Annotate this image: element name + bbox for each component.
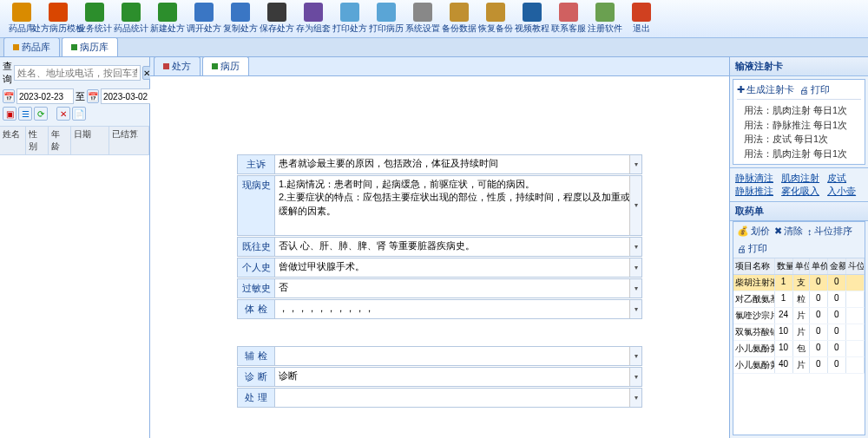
method-link[interactable]: 静脉滴注 bbox=[735, 173, 773, 183]
method-link[interactable]: 入小壶 bbox=[827, 186, 856, 196]
rx-print-button[interactable]: 🖨打印 bbox=[737, 242, 767, 255]
filter-btn-1[interactable]: ▣ bbox=[3, 107, 16, 121]
tab-record-library[interactable]: 病历库 bbox=[62, 37, 118, 56]
tab-prescription[interactable]: 处方 bbox=[154, 56, 201, 75]
filter-btn-5[interactable]: 📄 bbox=[72, 107, 86, 121]
form-label-diag: 诊 断 bbox=[237, 367, 275, 387]
tool-注册软件[interactable]: 注册软件 bbox=[587, 2, 623, 36]
tool-处方病历模板[interactable]: 处方病历模板 bbox=[40, 2, 76, 36]
dropdown-icon[interactable]: ▾ bbox=[629, 389, 641, 407]
rx-row[interactable]: 小儿氨酚黄...10包00 bbox=[733, 341, 865, 357]
search-input[interactable] bbox=[14, 65, 141, 81]
print-card-button[interactable]: 🖨 打印 bbox=[799, 83, 830, 96]
generate-card-button[interactable]: ✚ 生成注射卡 bbox=[737, 83, 794, 96]
method-link[interactable]: 皮试 bbox=[827, 173, 846, 183]
tool-icon bbox=[194, 3, 214, 22]
clear-button[interactable]: ✖清除 bbox=[774, 225, 803, 238]
form-value-present[interactable]: 1.起病情况：患者时间，起病缓急，前驱症状，可能的病因。 2.主要症状的特点：应… bbox=[275, 175, 642, 236]
tool-icon bbox=[450, 3, 469, 22]
cal-to-icon[interactable]: 📅 bbox=[87, 89, 99, 103]
tab-drug-library[interactable]: 药品库 bbox=[3, 37, 60, 56]
rx-grid-body[interactable]: 柴胡注射液1支00对乙酰氨基...1粒00氯喹沙宗片24片00双氯芬酸钠...1… bbox=[733, 275, 865, 435]
tool-恢复备份[interactable]: 恢复备份 bbox=[477, 2, 514, 36]
present-input[interactable]: 1.起病情况：患者时间，起病缓急，前驱症状，可能的病因。 2.主要症状的特点：应… bbox=[279, 178, 638, 232]
filter-btn-4[interactable]: ✕ bbox=[56, 107, 70, 121]
tool-新建处方[interactable]: 新建处方 bbox=[149, 2, 186, 36]
tool-视频教程[interactable]: 视频教程 bbox=[514, 2, 550, 36]
form-value-chief[interactable]: ▾ bbox=[275, 154, 642, 174]
tool-icon bbox=[49, 3, 68, 22]
filter-btn-2[interactable]: ☰ bbox=[18, 107, 32, 121]
past-input[interactable] bbox=[279, 239, 638, 252]
tool-打印病历[interactable]: 打印病历 bbox=[368, 2, 404, 36]
tool-label: 退出 bbox=[633, 23, 650, 35]
tool-打印处方[interactable]: 打印处方 bbox=[332, 2, 368, 36]
rx-row[interactable]: 小儿氨酚黄...40片00 bbox=[733, 357, 865, 374]
exam-input[interactable] bbox=[279, 302, 638, 315]
left-panel: 查询 ✕ 📅 至 📅 ✕ ▣ ☰ ⟳ ✕ 📄 姓名 bbox=[0, 57, 150, 438]
tool-label: 注册软件 bbox=[588, 23, 622, 35]
form-value-personal[interactable]: ▾ bbox=[275, 258, 642, 278]
tool-复制处方[interactable]: 复制处方 bbox=[222, 2, 259, 36]
form-value-past[interactable]: ▾ bbox=[275, 237, 642, 257]
dropdown-icon[interactable]: ▾ bbox=[629, 155, 641, 173]
tool-label: 药品库 bbox=[9, 23, 35, 35]
date-from-input[interactable] bbox=[16, 88, 74, 104]
filter-btn-3[interactable]: ⟳ bbox=[34, 107, 48, 121]
tool-icon bbox=[122, 3, 141, 22]
chief-input[interactable] bbox=[279, 157, 638, 170]
allergy-input[interactable] bbox=[279, 281, 638, 294]
form-value-diag[interactable]: ▾ bbox=[275, 367, 642, 387]
rx-row[interactable]: 双氯芬酸钠...10片00 bbox=[733, 324, 865, 341]
dropdown-icon[interactable]: ▾ bbox=[629, 368, 641, 386]
tool-备份数据[interactable]: 备份数据 bbox=[441, 2, 477, 36]
aux-input[interactable] bbox=[279, 349, 638, 362]
rx-grid-header: 项目名称数量单位单价金额斗位 bbox=[733, 258, 865, 275]
form-value-allergy[interactable]: ▾ bbox=[275, 278, 642, 298]
dropdown-icon[interactable]: ▾ bbox=[629, 258, 641, 277]
tool-业务统计[interactable]: 业务统计 bbox=[76, 2, 113, 36]
tool-icon bbox=[413, 3, 432, 22]
treat-input[interactable] bbox=[279, 390, 638, 403]
tool-调开处方[interactable]: 调开处方 bbox=[186, 2, 222, 36]
rx-row[interactable]: 对乙酰氨基...1粒00 bbox=[733, 291, 865, 308]
cal-from-icon[interactable]: 📅 bbox=[3, 89, 15, 103]
method-link[interactable]: 雾化吸入 bbox=[781, 186, 819, 196]
tool-存为组套[interactable]: 存为组套 bbox=[295, 2, 332, 36]
method-link[interactable]: 静脉推注 bbox=[735, 186, 773, 196]
rx-row[interactable]: 氯喹沙宗片24片00 bbox=[733, 308, 865, 324]
form-label-aux: 辅 检 bbox=[237, 346, 275, 366]
form-label-present: 现病史 bbox=[237, 175, 275, 236]
usage-list: 用法：肌肉注射 每日1次用法：静脉推注 每日1次用法：皮试 每日1次用法：肌肉注… bbox=[737, 103, 861, 160]
main-toolbar: 药品库处方病历模板业务统计药品统计新建处方调开处方复制处方保存处方存为组套打印处… bbox=[0, 0, 868, 38]
tab-medical-record[interactable]: 病历 bbox=[202, 56, 249, 75]
form-value-exam[interactable]: ▾ bbox=[275, 299, 642, 319]
sort-button[interactable]: ↕斗位排序 bbox=[807, 225, 852, 238]
tool-联系客服[interactable]: 联系客服 bbox=[550, 2, 587, 36]
tool-药品统计[interactable]: 药品统计 bbox=[113, 2, 149, 36]
tool-退出[interactable]: 退出 bbox=[623, 2, 660, 36]
patient-grid-body[interactable] bbox=[0, 155, 149, 438]
tool-label: 保存处方 bbox=[260, 23, 294, 35]
dropdown-icon[interactable]: ▾ bbox=[629, 279, 641, 297]
injection-card-title: 输液注射卡 bbox=[730, 57, 868, 76]
form-row-exam: 体 检▾ bbox=[237, 299, 642, 319]
dropdown-icon[interactable]: ▾ bbox=[629, 347, 641, 365]
dropdown-icon[interactable]: ▾ bbox=[629, 238, 641, 256]
tool-icon bbox=[304, 3, 323, 22]
form-row-past: 既往史▾ bbox=[237, 237, 642, 257]
form-value-treat[interactable]: ▾ bbox=[275, 388, 642, 408]
rx-row[interactable]: 柴胡注射液1支00 bbox=[733, 275, 865, 291]
price-button[interactable]: 💰划价 bbox=[737, 225, 770, 238]
form-value-aux[interactable]: ▾ bbox=[275, 346, 642, 366]
rx-list-title: 取药单 bbox=[730, 202, 868, 221]
diag-input[interactable] bbox=[279, 369, 638, 382]
dropdown-icon[interactable]: ▾ bbox=[629, 300, 641, 318]
tool-label: 系统设置 bbox=[405, 23, 440, 35]
personal-input[interactable] bbox=[279, 260, 638, 273]
method-link[interactable]: 肌肉注射 bbox=[781, 173, 819, 183]
tool-保存处方[interactable]: 保存处方 bbox=[259, 2, 295, 36]
tool-label: 打印病历 bbox=[369, 23, 404, 35]
dropdown-icon[interactable]: ▾ bbox=[629, 176, 641, 235]
tool-系统设置[interactable]: 系统设置 bbox=[404, 2, 441, 36]
